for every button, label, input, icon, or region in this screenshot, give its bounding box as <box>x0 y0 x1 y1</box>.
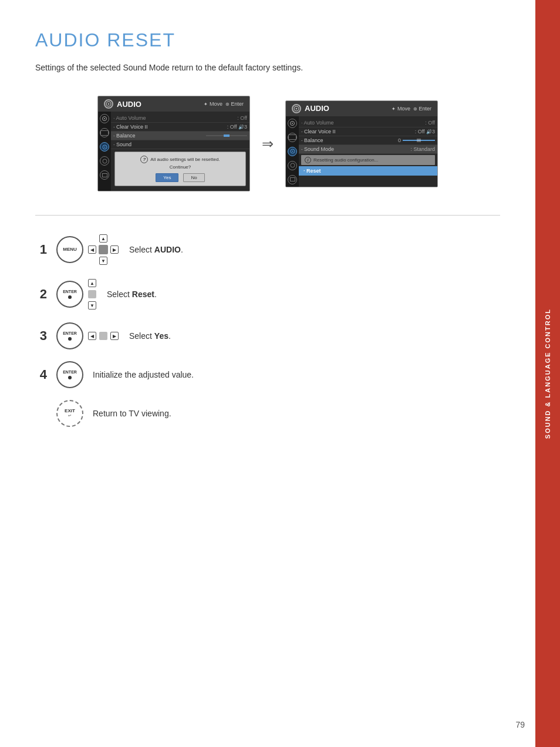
enter-button-2[interactable]: ENTER <box>56 281 83 308</box>
screen-left: AUDIO ✦ Move ⊛ Enter <box>97 96 250 191</box>
svg-point-11 <box>296 107 298 109</box>
icon-r-5 <box>288 175 297 184</box>
screen-right-title: AUDIO <box>305 104 388 113</box>
step-3-number: 3 <box>35 328 47 344</box>
screen-left-icons <box>98 112 111 191</box>
divider <box>35 215 500 216</box>
dialog-box-left: ? All audio settings will be resetted. C… <box>114 152 246 186</box>
audio-icon-left <box>104 99 113 109</box>
arrow-right-icon: ⇒ <box>262 136 274 152</box>
step-1-number: 1 <box>35 242 47 257</box>
nav-cluster-2: ▲ ▼ <box>87 278 97 311</box>
step-3-buttons: ENTER ◀ ▶ <box>56 322 120 349</box>
step-2: 2 ENTER ▲ ▼ Select Reset. <box>35 278 500 311</box>
screen-right: AUDIO ✦ Move ⊛ Enter <box>285 100 438 187</box>
nav-down[interactable]: ▼ <box>99 257 107 265</box>
dialog-yes-button[interactable]: Yes <box>156 173 178 182</box>
icon-item-5 <box>100 170 109 180</box>
page-title: AUDIO RESET <box>35 29 500 51</box>
nav-cluster-1: ▲ ◀ ▶ ▼ <box>87 233 120 266</box>
screen-left-title: AUDIO <box>117 100 200 109</box>
menu-item-clear-voice: · Clear Voice II : Off 🔊3 <box>111 123 249 132</box>
nav-center-2 <box>88 290 96 298</box>
steps-section: 1 MENU ▲ ◀ ▶ ▼ Select <box>35 233 500 427</box>
step-exit-text: Return to TV viewing. <box>93 409 171 418</box>
svg-point-5 <box>104 146 105 147</box>
nav-down-2[interactable]: ▼ <box>88 301 96 309</box>
step-2-text: Select Reset. <box>107 290 157 299</box>
svg-rect-19 <box>417 139 421 142</box>
svg-point-13 <box>292 123 293 124</box>
svg-rect-7 <box>102 173 107 177</box>
nav-right-3[interactable]: ▶ <box>110 332 119 340</box>
icon-item-1 <box>100 114 109 123</box>
icon-r-1 <box>288 119 297 128</box>
r-info-text: Resetting audio configuration... <box>313 157 378 163</box>
menu-item-auto-volume: · Auto Volume : Off <box>111 114 249 123</box>
exit-button[interactable]: EXIT ↵ <box>56 400 83 427</box>
icon-item-3-active <box>100 142 109 152</box>
dialog-subtext: Continue? <box>121 164 239 170</box>
svg-point-16 <box>291 163 295 167</box>
r-info-bar: i Resetting audio configuration... <box>301 155 435 165</box>
svg-point-6 <box>103 159 107 163</box>
audio-icon-right <box>292 104 301 113</box>
sidebar-label: SOUND & LANGUAGE CONTROL <box>544 308 551 439</box>
icon-r-4 <box>288 161 297 170</box>
nav-left-3[interactable]: ◀ <box>88 332 96 340</box>
menu-item-sound: · Sound <box>111 140 249 149</box>
icon-r-2 <box>288 133 297 142</box>
screenshots-section: AUDIO ✦ Move ⊛ Enter <box>35 96 500 191</box>
step-3: 3 ENTER ◀ ▶ Select Yes. <box>35 322 500 349</box>
screen-left-nav: ✦ Move ⊛ Enter <box>204 101 244 107</box>
enter-button-4[interactable]: ENTER <box>56 361 83 388</box>
r-reset-bar: · Reset <box>299 166 437 176</box>
r-menu-clear-voice: · Clear Voice II : Off 🔊3 <box>299 127 437 136</box>
page-number: 79 <box>515 720 525 729</box>
icon-r-3-active <box>288 147 297 156</box>
info-icon: i <box>305 157 311 163</box>
step-2-buttons: ENTER ▲ ▼ <box>56 278 97 311</box>
r-menu-auto-volume: · Auto Volume : Off <box>299 119 437 127</box>
screen-right-icons <box>286 116 299 187</box>
screen-left-header: AUDIO ✦ Move ⊛ Enter <box>98 96 249 112</box>
nav-center-3 <box>99 332 107 340</box>
nav-right[interactable]: ▶ <box>110 245 119 254</box>
screen-right-menu: · Auto Volume : Off · Clear Voice II : O… <box>299 116 437 187</box>
dialog-no-button[interactable]: No <box>183 173 204 182</box>
menu-item-balance: · Balance <box>111 132 249 140</box>
icon-item-2 <box>100 128 109 137</box>
page-description: Settings of the selected Sound Mode retu… <box>35 63 500 72</box>
svg-point-15 <box>292 151 293 152</box>
menu-button[interactable]: MENU <box>56 236 83 263</box>
step-4: 4 ENTER Initialize the adjusted value. <box>35 361 500 388</box>
svg-rect-17 <box>290 178 295 181</box>
svg-point-1 <box>108 103 110 105</box>
step-4-text: Initialize the adjusted value. <box>93 370 194 379</box>
step-4-buttons: ENTER <box>56 361 83 388</box>
step-1-text: Select AUDIO. <box>129 245 183 254</box>
screen-right-nav: ✦ Move ⊛ Enter <box>392 106 431 112</box>
nav-up-2[interactable]: ▲ <box>88 279 96 287</box>
step-exit: 0 EXIT ↵ Return to TV viewing. <box>35 400 500 427</box>
r-menu-sound-mode: · Sound Mode : Standard <box>299 145 437 154</box>
sidebar: SOUND & LANGUAGE CONTROL <box>535 0 560 747</box>
nav-left[interactable]: ◀ <box>88 245 96 254</box>
svg-rect-9 <box>224 134 230 137</box>
svg-point-3 <box>104 118 105 119</box>
step-exit-buttons: EXIT ↵ <box>56 400 83 427</box>
step-2-number: 2 <box>35 287 47 302</box>
screen-right-header: AUDIO ✦ Move ⊛ Enter <box>286 101 437 116</box>
nav-cluster-3: ◀ ▶ <box>87 331 120 341</box>
screen-left-menu: · Auto Volume : Off · Clear Voice II : O… <box>111 112 249 191</box>
step-1: 1 MENU ▲ ◀ ▶ ▼ Select <box>35 233 500 266</box>
dialog-text: All audio settings will be resetted. <box>150 157 220 162</box>
icon-item-4 <box>100 156 109 166</box>
enter-button-3[interactable]: ENTER <box>56 322 83 349</box>
step-3-text: Select Yes. <box>129 331 171 341</box>
step-4-number: 4 <box>35 367 47 382</box>
nav-center <box>99 245 108 254</box>
step-1-buttons: MENU ▲ ◀ ▶ ▼ <box>56 233 120 266</box>
r-menu-balance: · Balance 0 <box>299 136 437 145</box>
nav-up[interactable]: ▲ <box>99 234 107 243</box>
